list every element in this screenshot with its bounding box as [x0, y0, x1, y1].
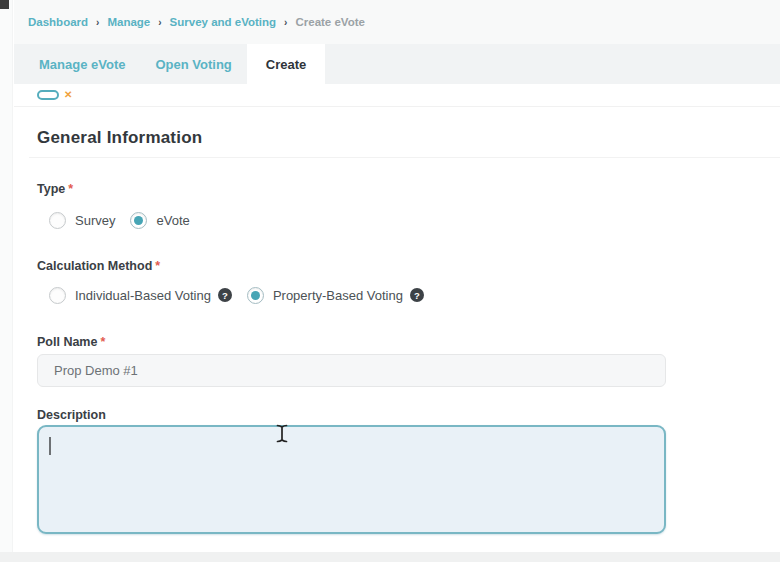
breadcrumb-item-survey-evoting[interactable]: Survey and eVoting	[170, 16, 277, 28]
radio-button-survey[interactable]	[49, 212, 66, 229]
radio-option-evote[interactable]: eVote	[130, 212, 189, 229]
calculation-method-radio-group: Individual-Based Voting ? Property-Based…	[37, 286, 780, 304]
radio-label-individual-based: Individual-Based Voting	[75, 288, 211, 303]
radio-option-individual-based[interactable]: Individual-Based Voting ?	[49, 287, 232, 304]
toggle-pill-icon	[37, 90, 59, 100]
radio-button-evote-selected[interactable]	[130, 212, 147, 229]
left-gutter	[0, 0, 13, 562]
breadcrumb-item-create-evote: Create eVote	[295, 16, 364, 28]
divider	[14, 106, 780, 107]
radio-option-property-based[interactable]: Property-Based Voting ?	[247, 287, 424, 304]
chevron-right-icon: ›	[96, 16, 99, 27]
help-question-icon[interactable]: ?	[410, 288, 424, 302]
radio-label-property-based: Property-Based Voting	[273, 288, 403, 303]
breadcrumb-bar: Dashboard › Manage › Survey and eVoting …	[14, 0, 780, 44]
poll-name-label: Poll Name*	[37, 335, 780, 349]
section-title: General Information	[37, 128, 780, 148]
bottom-strip	[0, 552, 780, 562]
chevron-right-icon: ›	[284, 16, 287, 27]
breadcrumb-item-dashboard[interactable]: Dashboard	[28, 16, 88, 28]
description-label-text: Description	[37, 408, 106, 422]
description-textarea[interactable]	[37, 425, 666, 534]
help-question-icon[interactable]: ?	[218, 288, 232, 302]
radio-option-survey[interactable]: Survey	[49, 212, 115, 229]
radio-label-survey: Survey	[75, 213, 115, 228]
type-label-text: Type	[37, 182, 65, 196]
radio-button-property-based-selected[interactable]	[247, 287, 264, 304]
type-label: Type*	[37, 182, 780, 196]
poll-name-label-text: Poll Name	[37, 335, 97, 349]
radio-label-evote: eVote	[156, 213, 189, 228]
calculation-method-label: Calculation Method*	[37, 259, 780, 273]
required-asterisk: *	[155, 259, 160, 273]
divider	[29, 157, 780, 158]
required-asterisk: *	[100, 335, 105, 349]
tab-bar: Manage eVote Open Voting Create	[14, 44, 780, 84]
create-evote-form: ✕ General Information Type* Survey eVote…	[14, 84, 780, 554]
main-area: Dashboard › Manage › Survey and eVoting …	[14, 0, 780, 554]
breadcrumb-item-manage[interactable]: Manage	[107, 16, 150, 28]
type-radio-group: Survey eVote	[37, 211, 780, 229]
calculation-method-label-text: Calculation Method	[37, 259, 152, 273]
tab-manage-evote[interactable]: Manage eVote	[24, 44, 140, 84]
tab-create[interactable]: Create	[247, 44, 325, 84]
description-label: Description	[37, 408, 780, 422]
tab-open-voting[interactable]: Open Voting	[140, 44, 246, 84]
text-caret	[49, 437, 51, 455]
required-asterisk: *	[68, 182, 73, 196]
warning-x-icon: ✕	[64, 90, 72, 100]
breadcrumb: Dashboard › Manage › Survey and eVoting …	[28, 16, 365, 28]
status-flag-row: ✕	[37, 84, 780, 100]
poll-name-input[interactable]	[37, 354, 666, 387]
window-corner-artifact	[0, 0, 9, 9]
chevron-right-icon: ›	[158, 16, 161, 27]
radio-button-individual-based[interactable]	[49, 287, 66, 304]
